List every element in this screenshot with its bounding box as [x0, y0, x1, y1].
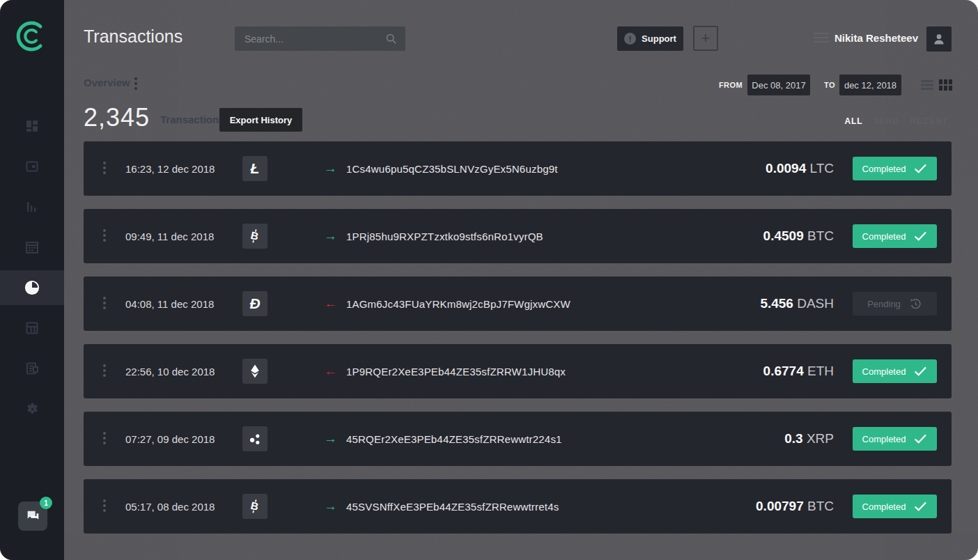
transaction-address: 45SVSNffXeE3PEb44ZE35sfZRRewwtrret4s [346, 501, 559, 513]
transaction-amount: 0.6774 ETH [763, 364, 834, 379]
check-icon [914, 434, 927, 444]
chat-button[interactable]: 1 [18, 501, 47, 531]
calendar-icon [25, 240, 39, 254]
transaction-row[interactable]: 07:27, 09 dec 2018 → 45RQEr2XeE3PEb44ZE3… [84, 412, 952, 466]
transaction-time: 16:23, 12 dec 2018 [125, 163, 251, 175]
transaction-count: 2,345 [84, 103, 150, 132]
check-icon [914, 164, 927, 173]
app-logo-icon[interactable] [0, 18, 64, 54]
plus-icon: + [701, 29, 711, 47]
transaction-time: 04:08, 11 dec 2018 [125, 298, 251, 310]
sidebar-item-settings[interactable] [0, 391, 64, 426]
arrow-right-icon: → [324, 499, 337, 514]
status-label: Completed [862, 501, 906, 512]
overview-menu-icon[interactable] [134, 77, 137, 92]
transaction-address: 1AGm6Jc43FUaYRKm8wj2cBpJ7FWgjxwCXW [346, 298, 570, 310]
transaction-amount: 0.3 XRP [784, 431, 834, 446]
status-badge[interactable]: Pending [853, 292, 937, 316]
sidebar-item-reports[interactable] [0, 351, 64, 386]
to-label: TO [824, 81, 835, 89]
arrow-left-icon: ← [324, 296, 337, 311]
row-menu-icon[interactable] [103, 499, 106, 514]
sidebar: 1 [0, 0, 64, 560]
transaction-address: 45RQEr2XeE3PEb44ZE35sfZRRewwtr224s1 [346, 433, 562, 445]
transaction-address: 1Cs4wu6pu5qCZ35bSLNVzGyEx5N6uzbg9t [346, 163, 558, 175]
arrow-right-icon: → [324, 431, 337, 446]
sidebar-item-wallet[interactable] [0, 149, 64, 184]
person-icon [932, 32, 946, 46]
export-history-button[interactable]: Export History [219, 108, 302, 132]
sidebar-item-history[interactable] [0, 270, 64, 305]
status-badge[interactable]: Completed [853, 427, 937, 451]
search-input[interactable] [235, 33, 385, 45]
info-icon: ! [624, 33, 636, 45]
row-menu-icon[interactable] [103, 432, 106, 446]
transaction-time: 05:17, 08 dec 2018 [125, 501, 251, 513]
wallet-icon [25, 160, 39, 173]
chat-icon [25, 508, 40, 524]
transaction-row[interactable]: 05:17, 08 dec 2018 B → 45SVSNffXeE3PEb44… [84, 479, 952, 534]
transaction-row[interactable]: 22:56, 10 dec 2018 ← 1P9RQEr2XeE3PEb44ZE… [84, 344, 952, 398]
support-button[interactable]: ! Support [617, 26, 683, 51]
transaction-row[interactable]: 09:49, 11 dec 2018 B → 1PRj85hu9RXPZTzxt… [84, 209, 952, 263]
transaction-time: 07:27, 09 dec 2018 [125, 433, 251, 445]
status-badge[interactable]: Completed [853, 224, 937, 248]
btc-icon: B [242, 224, 267, 249]
transaction-row[interactable]: 16:23, 12 dec 2018 Ł → 1Cs4wu6pu5qCZ35bS… [84, 141, 952, 196]
transaction-address: 1PRj85hu9RXPZTzxtko9stfs6nRo1vyrQB [346, 231, 543, 242]
date-to-picker[interactable]: dec 12, 2018 [839, 75, 901, 95]
support-label: Support [642, 33, 676, 44]
sidebar-item-table[interactable] [0, 311, 64, 345]
status-badge[interactable]: Completed [853, 495, 937, 518]
arrow-left-icon: ← [324, 364, 337, 379]
menu-icon[interactable] [814, 33, 829, 45]
tab-recent[interactable]: RECENT [910, 116, 948, 126]
transaction-count-caption: Transactions [160, 114, 225, 125]
arrow-right-icon: → [324, 228, 337, 244]
status-label: Completed [862, 164, 906, 174]
sidebar-item-stats[interactable] [0, 189, 64, 224]
pending-clock-icon [909, 297, 922, 311]
reports-icon [25, 361, 39, 375]
status-label: Completed [862, 231, 906, 242]
tab-send[interactable]: SEND [874, 116, 899, 126]
transaction-amount: 0.4509 BTC [763, 228, 834, 244]
transaction-address: 1P9RQEr2XeE3PEb44ZE35sfZRRW1JHU8qx [346, 366, 566, 378]
row-menu-icon[interactable] [103, 297, 106, 311]
check-icon [914, 231, 927, 241]
transaction-amount: 0.0094 LTC [766, 161, 834, 176]
transaction-amount: 0.00797 BTC [756, 499, 834, 514]
transaction-time: 09:49, 11 dec 2018 [125, 231, 251, 242]
sidebar-item-dashboard[interactable] [0, 109, 64, 143]
add-button[interactable]: + [693, 26, 718, 51]
dash-icon: Đ [242, 291, 267, 316]
transaction-amount: 5.456 DASH [760, 296, 834, 311]
status-badge[interactable]: Completed [853, 157, 937, 180]
search-icon[interactable] [385, 33, 397, 45]
sidebar-item-calendar[interactable] [0, 230, 64, 265]
btc-icon: B [242, 494, 267, 519]
grid-view-icon[interactable] [939, 79, 952, 93]
stats-icon [25, 200, 39, 214]
app-window: 1 Transactions ! Support + Nikita Reshet… [0, 0, 978, 560]
status-label: Pending [867, 299, 901, 309]
eth-icon [242, 359, 267, 384]
date-from-picker[interactable]: Dec 08, 2017 [747, 75, 810, 95]
dashboard-icon [25, 119, 39, 133]
history-icon [24, 280, 40, 295]
tab-all[interactable]: ALL [845, 116, 863, 126]
check-icon [914, 366, 927, 376]
search-box [235, 26, 405, 51]
user-name: Nikita Resheteev [835, 32, 918, 44]
sidebar-nav [0, 109, 64, 432]
status-badge[interactable]: Completed [853, 359, 937, 383]
row-menu-icon[interactable] [103, 162, 106, 176]
svg-text:B: B [249, 229, 260, 242]
overview-link[interactable]: Overview [84, 77, 130, 88]
row-menu-icon[interactable] [103, 364, 106, 379]
ltc-icon: Ł [242, 156, 267, 181]
user-avatar[interactable] [926, 26, 952, 52]
transaction-row[interactable]: 04:08, 11 dec 2018 Đ ← 1AGm6Jc43FUaYRKm8… [84, 277, 952, 331]
row-menu-icon[interactable] [103, 229, 106, 244]
list-view-icon[interactable] [921, 79, 933, 93]
